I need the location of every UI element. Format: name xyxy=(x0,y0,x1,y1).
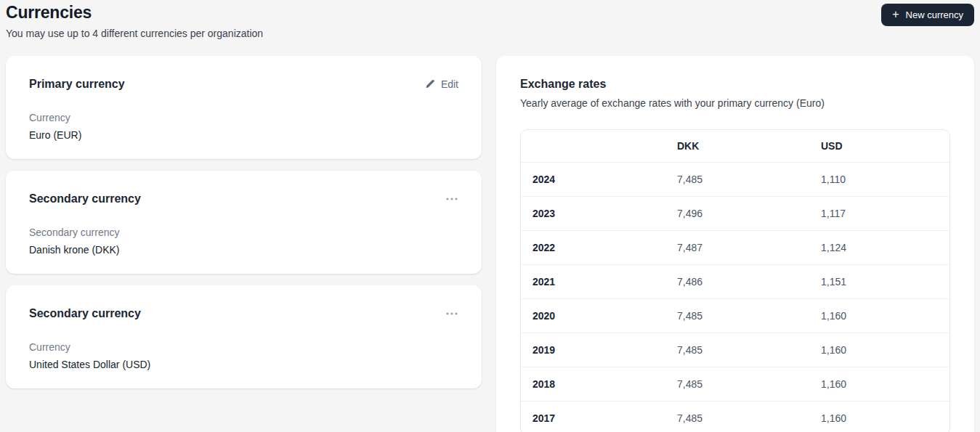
page-title: Currencies xyxy=(6,3,263,23)
table-row: 2017 7,485 1,160 xyxy=(521,401,949,432)
edit-label: Edit xyxy=(441,78,458,90)
year-cell: 2023 xyxy=(521,208,677,219)
table-row: 2020 7,485 1,160 xyxy=(521,298,949,333)
card-header: Secondary currency xyxy=(29,190,458,208)
year-cell: 2019 xyxy=(521,344,677,356)
currency-cards-column: Primary currency Edit Currency Euro (EUR… xyxy=(6,56,482,388)
card-header: Secondary currency xyxy=(29,305,458,322)
dkk-column-header: DKK xyxy=(677,140,821,152)
usd-cell: 1,117 xyxy=(821,208,949,219)
plus-icon: + xyxy=(892,9,899,20)
card-title: Secondary currency xyxy=(29,192,141,205)
table-header-row: DKK USD xyxy=(521,130,949,162)
dkk-cell: 7,496 xyxy=(677,208,821,219)
usd-column-header: USD xyxy=(821,140,949,152)
year-cell: 2022 xyxy=(521,242,677,253)
table-row: 2019 7,485 1,160 xyxy=(521,333,949,367)
usd-cell: 1,160 xyxy=(821,412,949,424)
table-row: 2021 7,486 1,151 xyxy=(521,264,949,298)
field-label: Secondary currency xyxy=(29,227,458,238)
usd-cell: 1,110 xyxy=(821,174,949,185)
ellipsis-icon xyxy=(445,197,458,201)
edit-button[interactable]: Edit xyxy=(425,78,458,90)
table-row: 2024 7,485 1,110 xyxy=(521,162,949,196)
year-cell: 2024 xyxy=(521,174,677,185)
dkk-cell: 7,485 xyxy=(677,344,821,356)
usd-cell: 1,160 xyxy=(821,344,949,356)
page-header: Currencies You may use up to 4 different… xyxy=(6,3,263,39)
card-title: Primary currency xyxy=(29,78,125,91)
usd-cell: 1,160 xyxy=(821,310,949,322)
dkk-cell: 7,485 xyxy=(677,310,821,322)
field-label: Currency xyxy=(29,112,458,123)
year-cell: 2017 xyxy=(521,412,677,424)
table-row: 2018 7,485 1,160 xyxy=(521,367,949,401)
usd-cell: 1,124 xyxy=(821,242,949,253)
exchange-rates-table: DKK USD 2024 7,485 1,110 2023 7,496 1,11… xyxy=(520,129,950,432)
exchange-rates-title: Exchange rates xyxy=(520,78,950,91)
overflow-menu-button[interactable] xyxy=(445,309,458,319)
secondary-currency-card-dkk: Secondary currency Secondary currency Da… xyxy=(6,171,482,274)
table-row: 2022 7,487 1,124 xyxy=(521,230,949,264)
dkk-cell: 7,485 xyxy=(677,174,821,185)
table-row: 2023 7,496 1,117 xyxy=(521,196,949,230)
field-value: Euro (EUR) xyxy=(29,129,458,141)
ellipsis-icon xyxy=(445,311,458,316)
overflow-menu-button[interactable] xyxy=(445,194,458,204)
dkk-cell: 7,485 xyxy=(677,378,821,390)
dkk-cell: 7,487 xyxy=(677,242,821,253)
primary-currency-card: Primary currency Edit Currency Euro (EUR… xyxy=(6,56,482,159)
field-label: Currency xyxy=(29,341,458,353)
year-cell: 2018 xyxy=(521,378,677,390)
exchange-rates-subtitle: Yearly average of exchange rates with yo… xyxy=(520,97,950,109)
field-value: United States Dollar (USD) xyxy=(29,359,458,370)
pencil-icon xyxy=(425,79,435,89)
exchange-rates-card: Exchange rates Yearly average of exchang… xyxy=(496,56,974,432)
card-title: Secondary currency xyxy=(29,307,141,320)
new-currency-button[interactable]: + New currency xyxy=(881,4,974,26)
page-subtitle: You may use up to 4 different currencies… xyxy=(6,28,263,39)
field-value: Danish krone (DKK) xyxy=(29,244,458,256)
usd-cell: 1,160 xyxy=(821,378,949,390)
dkk-cell: 7,485 xyxy=(677,412,821,424)
year-cell: 2021 xyxy=(521,276,677,288)
new-currency-label: New currency xyxy=(906,9,963,20)
card-header: Primary currency Edit xyxy=(29,76,458,93)
secondary-currency-card-usd: Secondary currency Currency United State… xyxy=(6,285,482,388)
dkk-cell: 7,486 xyxy=(677,276,821,288)
usd-cell: 1,151 xyxy=(821,276,949,288)
year-cell: 2020 xyxy=(521,310,677,322)
